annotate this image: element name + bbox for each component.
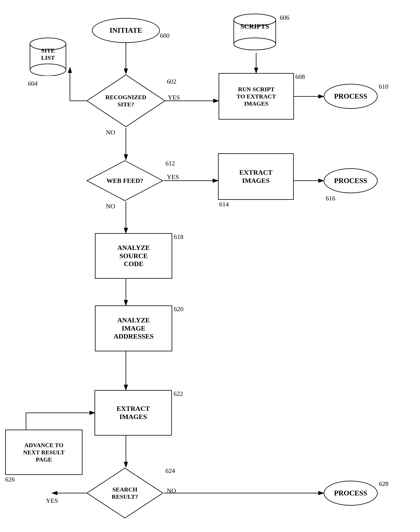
advance-label: ADVANCE TONEXT RESULTPAGE xyxy=(23,442,65,463)
site-list-label: SITELIST xyxy=(41,47,55,61)
svg-point-20 xyxy=(30,64,66,76)
run-script-label: RUN SCRIPTTO EXTRACTIMAGES xyxy=(237,86,276,107)
scripts-label: SCRIPTS xyxy=(240,23,269,30)
analyze-source-ref: 618 xyxy=(174,233,183,240)
recognized-site-label: RECOGNIZEDSITE? xyxy=(105,94,146,108)
process-628-node: PROCESS xyxy=(324,481,378,506)
run-script-ref: 608 xyxy=(295,73,305,81)
yes-label-1: YES xyxy=(168,94,180,101)
process-616-label: PROCESS xyxy=(334,176,367,185)
extract-images-614-node: EXTRACTIMAGES xyxy=(218,153,294,200)
advance-ref: 626 xyxy=(5,476,15,483)
yes-label-3: YES xyxy=(46,497,58,504)
process-610-label: PROCESS xyxy=(334,92,367,101)
process-628-ref: 628 xyxy=(379,480,389,488)
process-628-label: PROCESS xyxy=(334,489,367,497)
no-label-1: NO xyxy=(106,129,115,136)
analyze-image-label: ANALYZEIMAGEADDRESSES xyxy=(114,316,153,341)
analyze-source-node: ANALYZESOURCECODE xyxy=(95,233,172,279)
web-feed-ref: 612 xyxy=(165,160,175,167)
no-label-3: NO xyxy=(167,487,176,494)
analyze-image-ref: 620 xyxy=(174,306,183,313)
extract-images-614-ref: 614 xyxy=(219,201,229,208)
scripts-ref: 606 xyxy=(280,14,289,21)
initiate-node: INITIATE xyxy=(92,18,160,43)
site-list-ref: 604 xyxy=(28,80,38,87)
initiate-ref: 600 xyxy=(160,32,169,39)
analyze-image-node: ANALYZEIMAGEADDRESSES xyxy=(95,306,172,351)
recognized-site-node: RECOGNIZEDSITE? xyxy=(86,74,166,128)
process-616-ref: 616 xyxy=(326,195,335,202)
process-610-node: PROCESS xyxy=(324,84,378,109)
yes-label-2: YES xyxy=(167,173,179,181)
run-script-node: RUN SCRIPTTO EXTRACTIMAGES xyxy=(219,73,294,120)
search-result-ref: 624 xyxy=(165,467,175,475)
process-616-node: PROCESS xyxy=(324,168,378,193)
extract-images-622-node: EXTRACTIMAGES xyxy=(94,390,172,435)
extract-images-614-label: EXTRACTIMAGES xyxy=(239,168,272,185)
initiate-label: INITIATE xyxy=(109,26,142,35)
scripts-node: SCRIPTS xyxy=(232,12,278,52)
extract-images-622-label: EXTRACTIMAGES xyxy=(117,405,150,421)
svg-point-24 xyxy=(234,38,276,50)
site-list-node: SITELIST xyxy=(28,36,68,76)
search-result-node: SEARCHRESULT? xyxy=(86,467,164,519)
process-610-ref: 610 xyxy=(379,83,389,90)
advance-node: ADVANCE TONEXT RESULTPAGE xyxy=(5,430,83,475)
search-result-label: SEARCHRESULT? xyxy=(112,486,138,500)
no-label-2: NO xyxy=(106,203,115,210)
extract-images-622-ref: 622 xyxy=(173,390,183,397)
analyze-source-label: ANALYZESOURCECODE xyxy=(117,244,150,268)
web-feed-node: WEB FEED? xyxy=(86,160,164,202)
recognized-site-ref: 602 xyxy=(167,78,176,85)
web-feed-label: WEB FEED? xyxy=(106,177,143,184)
